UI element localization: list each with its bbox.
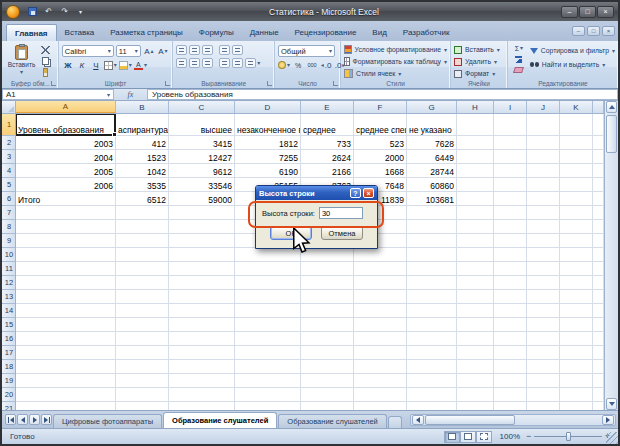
cell-D1[interactable]: незаконченное в	[235, 114, 300, 136]
autosum-button[interactable]: Σ▾	[511, 43, 527, 53]
font-color-button[interactable]: А▾	[134, 59, 147, 71]
format-as-table-button[interactable]: Форматировать как таблицу▾	[344, 56, 447, 67]
cell-C5[interactable]: 33546	[169, 178, 234, 192]
cell-F2[interactable]: 523	[354, 136, 406, 150]
horizontal-scrollbar[interactable]	[410, 414, 616, 426]
column-header-partial[interactable]	[593, 101, 604, 114]
vertical-scrollbar[interactable]	[604, 101, 618, 410]
row-header-12[interactable]: 12	[2, 276, 16, 290]
column-header-C[interactable]: C	[169, 101, 235, 114]
underline-button[interactable]: Ч	[90, 59, 102, 71]
cell-B2[interactable]: 412	[116, 136, 168, 150]
tab-developer[interactable]: Разработчик	[395, 25, 458, 41]
cell-C4[interactable]: 9612	[169, 164, 234, 178]
cell-B6[interactable]: 6512	[116, 192, 168, 206]
undo-button[interactable]: ↶	[42, 6, 55, 18]
shrink-font-button[interactable]: A▾	[157, 45, 169, 57]
align-center-icon[interactable]	[189, 58, 200, 68]
row-header-4[interactable]: 4	[2, 164, 16, 178]
wrap-text-icon[interactable]	[232, 45, 243, 55]
font-name-select[interactable]: Calibri▾	[62, 45, 114, 57]
fill-button[interactable]	[511, 54, 527, 64]
maximize-button[interactable]: □	[579, 6, 596, 18]
column-header-I[interactable]: I	[494, 101, 527, 114]
cell-G5[interactable]: 60860	[407, 178, 456, 192]
tab-view[interactable]: Вид	[364, 25, 394, 41]
tab-page-layout[interactable]: Разметка страницы	[102, 25, 191, 41]
cell-C1[interactable]: высшее	[169, 114, 234, 136]
minimize-button[interactable]: –	[561, 6, 578, 18]
insert-function-button[interactable]: fx	[114, 89, 148, 100]
vertical-scroll-thumb[interactable]	[606, 115, 617, 153]
sheet-tab-education-2[interactable]: Образование слушателей	[278, 414, 386, 428]
row-header-10[interactable]: 10	[2, 248, 16, 262]
grow-font-button[interactable]: A▴	[143, 45, 155, 57]
cell-D4[interactable]: 6190	[235, 164, 300, 178]
tab-review[interactable]: Рецензирование	[287, 25, 365, 41]
row-header-13[interactable]: 13	[2, 290, 16, 304]
cell-G6[interactable]: 103681	[407, 192, 456, 206]
borders-button[interactable]: ▾	[104, 59, 117, 71]
cell-G1[interactable]: не указано	[407, 114, 456, 136]
cell-D3[interactable]: 7255	[235, 150, 300, 164]
bold-button[interactable]: Ж	[62, 59, 74, 71]
cut-button[interactable]	[39, 45, 51, 55]
zoom-level[interactable]: 100%	[500, 432, 520, 441]
font-size-select[interactable]: 11▾	[116, 45, 141, 57]
row-header-14[interactable]: 14	[2, 304, 16, 318]
prev-sheet-button[interactable]	[17, 414, 28, 425]
scroll-up-button[interactable]	[606, 101, 617, 113]
column-header-K[interactable]: K	[560, 101, 593, 114]
scroll-right-button[interactable]	[602, 415, 614, 425]
cell-C6[interactable]: 59000	[169, 192, 234, 206]
workbook-close-button[interactable]: ×	[602, 26, 615, 36]
redo-button[interactable]: ↷	[58, 6, 71, 18]
format-cells-button[interactable]: Формат▾	[454, 68, 504, 79]
cell-G2[interactable]: 7628	[407, 136, 456, 150]
align-left-icon[interactable]	[176, 58, 187, 68]
row-header-6[interactable]: 6	[2, 192, 16, 206]
cell-E4[interactable]: 2166	[301, 164, 353, 178]
resize-grip[interactable]	[606, 432, 618, 444]
name-box[interactable]: A1 ▾	[2, 89, 114, 100]
select-all-corner[interactable]	[2, 101, 16, 114]
cell-F1[interactable]: среднее спец	[354, 114, 406, 136]
dialog-title-bar[interactable]: Высота строки ? ×	[256, 186, 377, 200]
office-button[interactable]	[6, 5, 20, 19]
workbook-minimize-button[interactable]: –	[572, 26, 585, 36]
row-header-1[interactable]: 1	[2, 114, 16, 136]
align-bottom-icon[interactable]	[202, 45, 213, 55]
formula-input[interactable]: Уровень образования	[148, 89, 618, 100]
last-sheet-button[interactable]	[41, 414, 52, 425]
cell-E2[interactable]: 733	[301, 136, 353, 150]
qat-dropdown-icon[interactable]: ▾	[74, 6, 87, 18]
row-header-21[interactable]: 21	[2, 402, 16, 410]
scroll-down-button[interactable]	[606, 398, 617, 410]
row-header-18[interactable]: 18	[2, 360, 16, 374]
column-header-F[interactable]: F	[354, 101, 407, 114]
next-sheet-button[interactable]	[29, 414, 40, 425]
insert-cells-button[interactable]: Вставить▾	[454, 44, 504, 55]
row-header-15[interactable]: 15	[2, 318, 16, 332]
cell-D2[interactable]: 1812	[235, 136, 300, 150]
zoom-track[interactable]	[534, 436, 601, 437]
page-break-view-button[interactable]	[476, 431, 492, 443]
sheet-tab-education-active[interactable]: Образование слушателей	[163, 412, 277, 428]
percent-style-button[interactable]: %	[292, 59, 304, 71]
row-header-8[interactable]: 8	[2, 220, 16, 234]
cell-A6[interactable]: Итого	[16, 192, 115, 206]
row-header-7[interactable]: 7	[2, 206, 16, 220]
normal-view-button[interactable]	[444, 431, 460, 443]
align-middle-icon[interactable]	[189, 45, 200, 55]
tab-insert[interactable]: Вставка	[57, 25, 103, 41]
dialog-help-button[interactable]: ?	[350, 188, 361, 198]
align-top-icon[interactable]	[176, 45, 187, 55]
clipboard-dialog-launcher[interactable]	[51, 81, 56, 86]
cell-F4[interactable]: 1668	[354, 164, 406, 178]
row-header-3[interactable]: 3	[2, 150, 16, 164]
cell-styles-button[interactable]: Стили ячеек▾	[344, 68, 447, 79]
fill-color-button[interactable]: ▾	[119, 59, 132, 71]
sort-filter-button[interactable]: Сортировка и фильтр▾	[530, 45, 615, 56]
column-header-G[interactable]: G	[407, 101, 457, 114]
cell-E1[interactable]: среднее	[301, 114, 353, 136]
